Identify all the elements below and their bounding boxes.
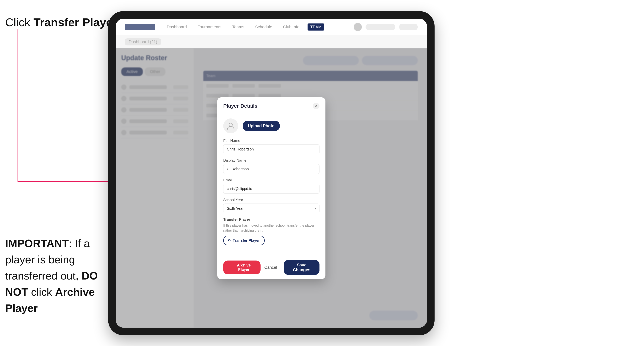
instruction-top-bold: Transfer Player	[34, 16, 117, 29]
archive-icon: ↓	[228, 265, 230, 269]
tablet-screen: Dashboard Tournaments Teams Schedule Clu…	[116, 19, 427, 328]
instruction-top: Click Transfer Player	[5, 15, 117, 30]
email-input[interactable]	[223, 184, 320, 194]
email-label: Email	[223, 178, 320, 182]
modal-title: Player Details	[223, 103, 258, 109]
nav-item-team[interactable]: TEAM	[308, 23, 324, 30]
modal-close-button[interactable]: ×	[313, 103, 320, 109]
instruction-top-prefix: Click	[5, 16, 34, 29]
content-area: Update Roster Active Other	[116, 48, 427, 328]
instruction-rest2: click	[28, 286, 55, 298]
school-year-group: School Year First Year Second Year Third…	[223, 198, 320, 213]
header-avatar	[354, 23, 362, 31]
nav-item-clubinfo[interactable]: Club Info	[280, 23, 302, 30]
app-header: Dashboard Tournaments Teams Schedule Clu…	[116, 19, 427, 35]
display-name-group: Display Name	[223, 158, 320, 174]
instruction-bottom: IMPORTANT: If a player is being transfer…	[5, 235, 102, 316]
full-name-label: Full Name	[223, 139, 320, 143]
app-logo	[125, 24, 155, 30]
avatar-placeholder	[223, 118, 238, 133]
cancel-button[interactable]: Cancel	[260, 262, 281, 272]
important-label: IMPORTANT	[5, 237, 69, 249]
header-right	[354, 23, 418, 31]
transfer-section-label: Transfer Player	[223, 217, 320, 222]
archive-btn-label: Archive Player	[232, 263, 256, 272]
transfer-player-button[interactable]: ⟳ Transfer Player	[223, 236, 265, 245]
header-action-btn[interactable]	[399, 24, 418, 30]
save-changes-button[interactable]: Save Changes	[284, 260, 320, 275]
modal-footer: ↓ Archive Player Cancel Save Changes	[217, 256, 326, 279]
transfer-section-desc: If this player has moved to another scho…	[223, 223, 320, 233]
transfer-section: Transfer Player If this player has moved…	[223, 217, 320, 245]
nav-item-teams[interactable]: Teams	[230, 23, 247, 30]
archive-player-button[interactable]: ↓ Archive Player	[223, 261, 260, 274]
person-icon	[226, 122, 235, 130]
svg-point-0	[229, 123, 232, 127]
full-name-input[interactable]	[223, 144, 320, 154]
modal-body: Upload Photo Full Name Display Name	[217, 113, 326, 256]
display-name-input[interactable]	[223, 164, 320, 174]
sub-header: Dashboard (21)	[116, 35, 427, 48]
email-group: Email	[223, 178, 320, 194]
modal-header: Player Details ×	[217, 97, 326, 113]
transfer-icon: ⟳	[228, 238, 231, 242]
transfer-btn-label: Transfer Player	[233, 238, 260, 243]
breadcrumb: Dashboard (21)	[125, 38, 161, 45]
full-name-group: Full Name	[223, 139, 320, 154]
arrow-vertical	[18, 29, 18, 182]
school-year-select[interactable]: First Year Second Year Third Year Fourth…	[223, 203, 320, 213]
footer-right-buttons: Cancel Save Changes	[260, 260, 320, 275]
header-user-text	[366, 24, 396, 30]
upload-photo-button[interactable]: Upload Photo	[243, 121, 280, 131]
nav-item-dashboard[interactable]: Dashboard	[164, 23, 190, 30]
nav-item-schedule[interactable]: Schedule	[252, 23, 275, 30]
school-year-select-wrapper: First Year Second Year Third Year Fourth…	[223, 203, 320, 213]
display-name-label: Display Name	[223, 158, 320, 163]
avatar-upload-row: Upload Photo	[223, 118, 320, 133]
tablet-device: Dashboard Tournaments Teams Schedule Clu…	[108, 11, 434, 335]
modal-overlay: Player Details ×	[116, 48, 427, 328]
app-nav: Dashboard Tournaments Teams Schedule Clu…	[164, 23, 344, 30]
player-details-modal: Player Details ×	[217, 97, 326, 279]
school-year-label: School Year	[223, 198, 320, 202]
nav-item-tournaments[interactable]: Tournaments	[195, 23, 224, 30]
